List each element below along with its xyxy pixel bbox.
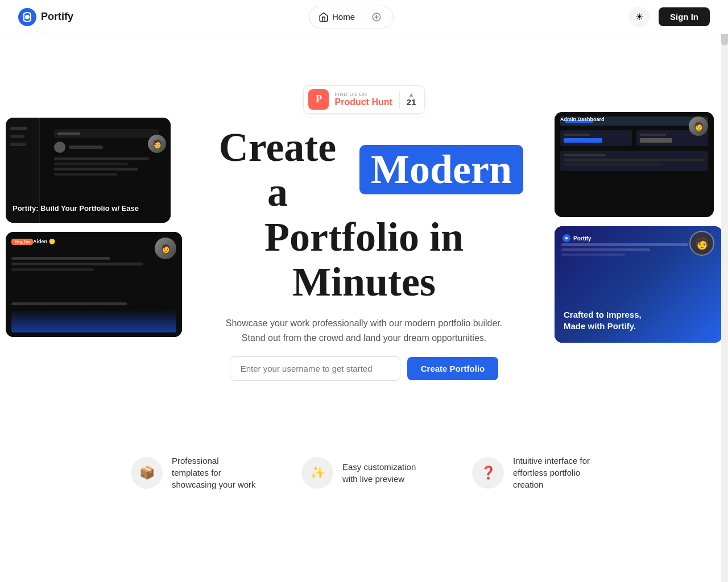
feature-interface-icon: ❓: [481, 465, 496, 480]
feature-item-interface: ❓ Intuitive interface for effortless por…: [472, 455, 597, 490]
upvote-count: 21: [407, 98, 416, 106]
home-icon: [318, 12, 329, 22]
headline-modern-badge: Modern: [359, 145, 523, 194]
product-hunt-text: FIND US ON Product Hunt: [334, 92, 392, 107]
portify-logo-icon: [18, 8, 36, 26]
brand-name: Portify: [41, 11, 73, 23]
home-nav-item[interactable]: Home: [318, 12, 355, 22]
hero-section: 🧑 Portify: Build Your Portfolio w/ Ease …: [0, 34, 728, 421]
product-hunt-badge[interactable]: P FIND US ON Product Hunt ▲ 21: [303, 85, 424, 114]
screenshot-bottom-right-avatar: 🧑: [689, 231, 714, 256]
screenshot-portify-logo: Portify: [562, 234, 592, 242]
home-label: Home: [332, 12, 355, 22]
product-hunt-count: ▲ 21: [407, 92, 416, 106]
username-input[interactable]: [230, 356, 400, 381]
product-hunt-icon: P: [308, 89, 329, 110]
screenshot-bottom-right: Portify 🧑 Crafted to Impress,Made with P…: [555, 226, 722, 343]
nav-divider: [362, 12, 362, 22]
find-us-label: FIND US ON: [334, 92, 392, 97]
feature-item-templates: 📦 Professional templates for showcasing …: [131, 455, 256, 490]
headline-line2: Portfolio in Minutes: [205, 215, 523, 305]
ph-divider: [399, 91, 400, 108]
cta-row: Create Portfolio: [230, 356, 499, 381]
brand-logo[interactable]: Portify: [18, 8, 73, 26]
svg-point-1: [25, 15, 30, 19]
nav-right: ☀ Sign In: [629, 7, 710, 27]
navbar: Portify Home ☀ Sign In: [0, 0, 728, 34]
hey-badge: Hey, I'm: [11, 239, 33, 245]
feature-interface-text: Intuitive interface for effortless portf…: [513, 455, 597, 490]
feature-item-customization: ✨ Easy customization with live preview: [301, 455, 427, 490]
theme-toggle-button[interactable]: ☀: [629, 7, 650, 27]
feature-templates-icon: 📦: [139, 465, 155, 480]
feature-templates-text: Professional templates for showcasing yo…: [172, 455, 256, 490]
product-hunt-name: Product Hunt: [334, 97, 392, 107]
feature-customization-icon-wrap: ✨: [301, 457, 333, 489]
headline-pre: Create a: [205, 125, 350, 215]
add-tab-button[interactable]: [369, 10, 384, 24]
feature-interface-icon-wrap: ❓: [472, 457, 504, 489]
screenshot-top-left: 🧑 Portify: Build Your Portfolio w/ Ease: [6, 118, 171, 223]
screenshot-top-right-label: Admin Dashboard: [560, 117, 605, 122]
theme-icon: ☀: [635, 11, 643, 22]
feature-customization-icon: ✨: [310, 465, 325, 480]
hero-center: P FIND US ON Product Hunt ▲ 21 Create a …: [205, 85, 523, 381]
screenshot-bottom-right-text: Crafted to Impress,Made with Portify.: [564, 309, 642, 331]
scrollbar-track[interactable]: [721, 0, 728, 582]
screenshot-top-right: 🧑 Admin Dashboard: [555, 112, 714, 217]
nav-center: Home: [309, 6, 394, 28]
screenshot-top-left-text: Portify: Build Your Portfolio w/ Ease: [13, 204, 139, 214]
hero-headline: Create a Modern Portfolio in Minutes: [205, 125, 523, 305]
create-portfolio-button[interactable]: Create Portfolio: [407, 357, 499, 380]
hey-name: Aiden 🟡: [33, 239, 55, 244]
screenshots-left: 🧑 Portify: Build Your Portfolio w/ Ease …: [0, 118, 182, 337]
hero-subtext: Showcase your work professionally with o…: [226, 316, 502, 345]
svg-point-6: [565, 237, 568, 239]
screenshots-right: 🧑 Admin Dashboard Portify: [555, 112, 722, 343]
plus-icon: [371, 12, 382, 22]
features-section: 📦 Professional templates for showcasing …: [0, 432, 728, 525]
screenshot-bottom-left: Hey, I'm Aiden 🟡 🧑: [6, 232, 182, 337]
feature-customization-text: Easy customization with live preview: [342, 461, 427, 485]
feature-templates-icon-wrap: 📦: [131, 457, 163, 489]
signin-button[interactable]: Sign In: [659, 7, 710, 26]
